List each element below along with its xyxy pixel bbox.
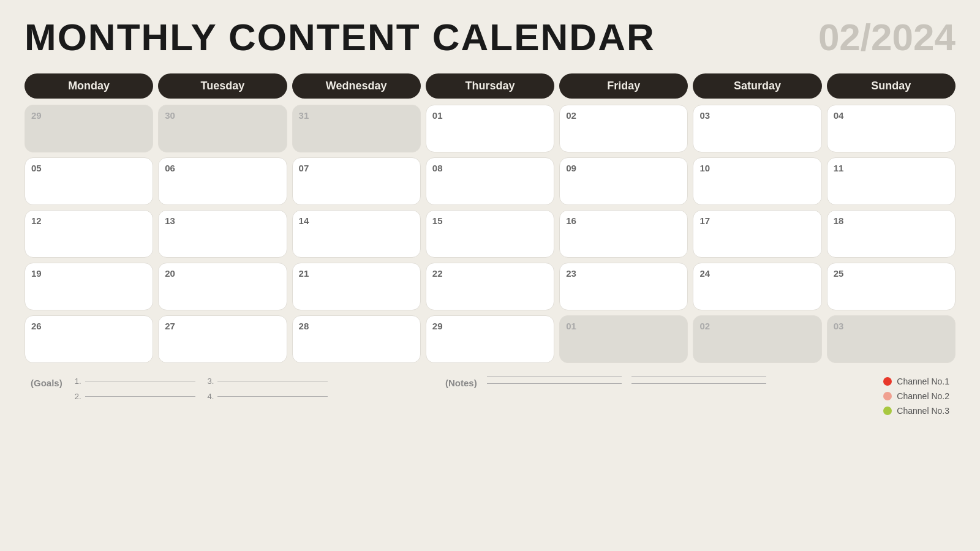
day-header-tuesday: Tuesday: [158, 73, 287, 99]
day-number: 17: [699, 216, 710, 226]
day-number: 01: [566, 321, 576, 331]
channel-dot-2: [883, 392, 892, 400]
day-header-thursday: Thursday: [426, 73, 554, 99]
day-number: 14: [299, 216, 309, 226]
calendar-cell-w2d1[interactable]: 13: [158, 210, 287, 258]
day-number: 22: [432, 268, 443, 279]
day-header-sunday: Sunday: [827, 73, 956, 99]
calendar-cell-w2d4[interactable]: 16: [559, 210, 688, 258]
goal-line-4: 4.: [208, 392, 328, 401]
page-title: MONTHLY CONTENT CALENDAR: [24, 18, 655, 56]
calendar-cell-w0d5[interactable]: 03: [693, 105, 821, 152]
calendar-cell-w2d5[interactable]: 17: [693, 210, 821, 258]
day-number: 08: [432, 163, 443, 173]
day-number: 29: [31, 110, 42, 121]
channel-label-3: Channel No.3: [897, 406, 949, 416]
day-number: 25: [834, 268, 844, 279]
calendar-cell-w3d4[interactable]: 23: [559, 263, 688, 310]
day-number: 28: [299, 321, 309, 331]
day-number: 12: [31, 216, 42, 226]
notes-label: (Notes): [445, 377, 477, 388]
goal-num-4: 4.: [208, 392, 214, 401]
calendar-cell-w4d6[interactable]: 03: [827, 315, 956, 363]
day-number: 01: [432, 110, 443, 121]
notes-lines-1: [487, 377, 622, 384]
channel-item-1: Channel No.1: [883, 377, 949, 386]
calendar-cell-w1d3[interactable]: 08: [426, 157, 554, 205]
calendar-cell-w1d4[interactable]: 09: [559, 157, 688, 205]
channel-dot-3: [883, 407, 892, 415]
day-number: 05: [31, 163, 42, 173]
day-number: 15: [432, 216, 443, 226]
calendar-cell-w2d0[interactable]: 12: [24, 210, 153, 258]
goals-lines-2: 3. 4.: [208, 377, 328, 401]
day-number: 06: [165, 163, 175, 173]
day-header-friday: Friday: [559, 73, 688, 99]
calendar-cell-w3d3[interactable]: 22: [426, 263, 554, 310]
notes-section: (Notes): [445, 377, 766, 388]
goal-num-1: 1.: [75, 377, 81, 386]
channels-legend: Channel No.1Channel No.2Channel No.3: [883, 377, 949, 416]
calendar-cell-w4d1[interactable]: 27: [158, 315, 287, 363]
calendar-cell-w4d3[interactable]: 29: [426, 315, 554, 363]
calendar-cell-w1d5[interactable]: 10: [693, 157, 821, 205]
goals-section: (Goals) 1. 2. 3. 4.: [31, 377, 328, 401]
day-number: 19: [31, 268, 42, 279]
channel-label-2: Channel No.2: [897, 391, 949, 401]
day-number: 02: [566, 110, 576, 121]
calendar-cell-w0d2[interactable]: 31: [292, 105, 421, 152]
calendar-cell-w0d4[interactable]: 02: [559, 105, 688, 152]
calendar-cell-w2d2[interactable]: 14: [292, 210, 421, 258]
calendar-cell-w1d1[interactable]: 06: [158, 157, 287, 205]
calendar-cell-w1d2[interactable]: 07: [292, 157, 421, 205]
calendar-cell-w4d5[interactable]: 02: [693, 315, 821, 363]
goal-line-2: 2.: [75, 392, 195, 401]
calendar-cell-w0d3[interactable]: 01: [426, 105, 554, 152]
calendar-cell-w1d0[interactable]: 05: [24, 157, 153, 205]
calendar-cell-w0d1[interactable]: 30: [158, 105, 287, 152]
day-number: 04: [834, 110, 844, 121]
channel-dot-1: [883, 377, 892, 386]
calendar-cell-w0d0[interactable]: 29: [24, 105, 153, 152]
calendar-cell-w3d2[interactable]: 21: [292, 263, 421, 310]
channel-item-3: Channel No.3: [883, 406, 949, 416]
calendar-cell-w3d6[interactable]: 25: [827, 263, 956, 310]
day-number: 30: [165, 110, 175, 121]
day-number: 11: [834, 163, 844, 173]
calendar-cell-w2d3[interactable]: 15: [426, 210, 554, 258]
day-number: 21: [299, 268, 309, 279]
calendar-cell-w3d5[interactable]: 24: [693, 263, 821, 310]
calendar-cell-w3d1[interactable]: 20: [158, 263, 287, 310]
day-number: 02: [699, 321, 710, 331]
day-number: 29: [432, 321, 443, 331]
day-number: 20: [165, 268, 175, 279]
day-number: 09: [566, 163, 576, 173]
month-year: 02/2024: [818, 18, 956, 56]
calendar-cell-w3d0[interactable]: 19: [24, 263, 153, 310]
calendar-cell-w4d0[interactable]: 26: [24, 315, 153, 363]
day-number: 24: [699, 268, 710, 279]
day-number: 13: [165, 216, 175, 226]
goal-line-3: 3.: [208, 377, 328, 386]
day-header-wednesday: Wednesday: [292, 73, 421, 99]
goal-line-1: 1.: [75, 377, 195, 386]
day-number: 23: [566, 268, 576, 279]
calendar-cell-w4d4[interactable]: 01: [559, 315, 688, 363]
day-number: 26: [31, 321, 42, 331]
channel-item-2: Channel No.2: [883, 391, 949, 401]
calendar-cell-w4d2[interactable]: 28: [292, 315, 421, 363]
goal-num-2: 2.: [75, 392, 81, 401]
calendar-cell-w0d6[interactable]: 04: [827, 105, 956, 152]
day-number: 27: [165, 321, 175, 331]
day-header-monday: Monday: [24, 73, 153, 99]
day-number: 03: [699, 110, 710, 121]
day-number: 31: [299, 110, 309, 121]
calendar: MondayTuesdayWednesdayThursdayFridaySatu…: [24, 73, 956, 363]
day-number: 07: [299, 163, 309, 173]
goal-num-3: 3.: [208, 377, 214, 386]
calendar-cell-w1d6[interactable]: 11: [827, 157, 956, 205]
notes-lines-2: [631, 377, 766, 384]
goals-label: (Goals): [31, 377, 62, 388]
day-header-saturday: Saturday: [693, 73, 821, 99]
calendar-cell-w2d6[interactable]: 18: [827, 210, 956, 258]
